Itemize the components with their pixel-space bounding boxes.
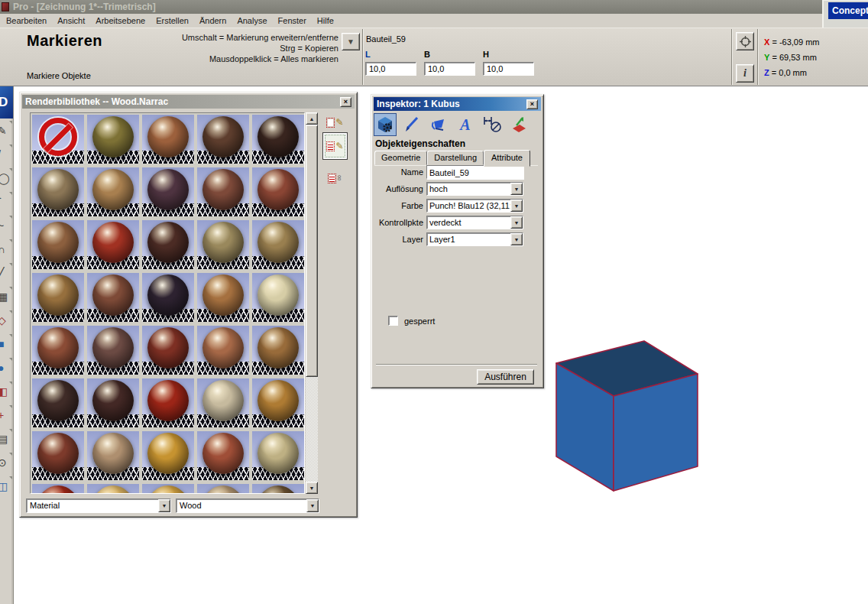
- edit-material-mode-button[interactable]: ✎: [322, 132, 348, 160]
- hatch-tool-icon[interactable]: ▦: [0, 284, 14, 308]
- material-swatch[interactable]: [142, 378, 194, 427]
- material-swatch[interactable]: [32, 326, 84, 375]
- node-edit-icon[interactable]: ◇: [0, 308, 14, 332]
- material-swatch[interactable]: [32, 167, 84, 216]
- material-swatch[interactable]: [32, 484, 84, 494]
- menu-item-ändern[interactable]: Ändern: [194, 15, 232, 27]
- tab-attribute[interactable]: Attribute: [484, 150, 530, 167]
- background-window-titlebar[interactable]: Concept: [828, 2, 868, 19]
- execute-button[interactable]: Ausführen: [477, 369, 534, 385]
- category-dropdown[interactable]: Material ▼: [26, 498, 171, 513]
- material-swatch[interactable]: [252, 273, 304, 322]
- wireframe-cube-icon[interactable]: ◫: [0, 474, 14, 498]
- app-icon[interactable]: [2, 2, 9, 11]
- material-swatch[interactable]: [197, 431, 249, 480]
- app-logo-d[interactable]: D: [0, 86, 14, 119]
- field-select-farbe[interactable]: Punch! Blau12 (32,11:▼: [426, 199, 523, 213]
- chevron-down-icon[interactable]: ▼: [158, 499, 170, 512]
- chevron-down-icon[interactable]: ▼: [510, 216, 523, 229]
- edit-pen-icon[interactable]: [400, 113, 423, 136]
- material-swatch[interactable]: [142, 273, 194, 322]
- scroll-up-button[interactable]: ▲: [306, 112, 318, 125]
- material-swatch[interactable]: [252, 431, 304, 480]
- material-swatch[interactable]: [197, 167, 249, 216]
- apply-material-mode-button[interactable]: ✎: [326, 113, 345, 132]
- material-swatch[interactable]: [197, 220, 249, 269]
- menu-item-analyse[interactable]: Analyse: [232, 15, 272, 27]
- material-swatch[interactable]: [87, 167, 139, 216]
- material-swatch[interactable]: [142, 484, 194, 494]
- material-swatch[interactable]: [32, 220, 84, 269]
- window-titlebar[interactable]: Pro - [Zeichnung 1*--Trimetrisch]: [0, 0, 822, 14]
- line-tool-icon[interactable]: /: [0, 142, 14, 166]
- menu-item-fenster[interactable]: Fenster: [273, 15, 312, 27]
- dim-input-l[interactable]: [365, 62, 416, 76]
- material-swatch[interactable]: [32, 431, 84, 480]
- tab-darstellung[interactable]: Darstellung: [427, 151, 484, 165]
- material-swatch[interactable]: [197, 273, 249, 322]
- chevron-down-icon[interactable]: ▼: [510, 183, 523, 195]
- scrollbar-track[interactable]: [306, 377, 318, 482]
- inspector-titlebar[interactable]: Inspektor: 1 Kubus ×: [374, 97, 541, 111]
- dimension-style-icon[interactable]: [481, 113, 504, 136]
- curve-tool-icon[interactable]: ∫: [0, 190, 14, 213]
- material-swatch[interactable]: [197, 115, 249, 164]
- material-swatch[interactable]: [252, 220, 304, 269]
- material-swatch[interactable]: [32, 273, 84, 322]
- object-properties-icon[interactable]: [374, 113, 397, 136]
- material-swatch[interactable]: [197, 484, 249, 494]
- link-material-mode-button[interactable]: ∞: [326, 167, 345, 189]
- material-swatch[interactable]: [252, 326, 304, 375]
- material-swatch[interactable]: [32, 378, 84, 427]
- close-icon[interactable]: ×: [526, 99, 538, 109]
- menu-item-hilfe[interactable]: Hilfe: [312, 15, 339, 27]
- solid-box-icon[interactable]: ■: [0, 332, 14, 356]
- menu-item-arbeitsebene[interactable]: Arbeitsebene: [90, 15, 151, 27]
- material-swatch[interactable]: [87, 484, 139, 494]
- material-swatch[interactable]: [87, 326, 139, 375]
- tab-geometrie[interactable]: Geometrie: [374, 151, 427, 165]
- tool-flyout-button[interactable]: ▼: [342, 33, 360, 50]
- material-swatch[interactable]: [87, 431, 139, 480]
- circle-tool-icon[interactable]: ◯: [0, 166, 14, 190]
- material-swatch[interactable]: [87, 115, 139, 164]
- material-swatch[interactable]: [142, 115, 194, 164]
- material-swatch[interactable]: [252, 378, 304, 427]
- solid-sphere-icon[interactable]: ●: [0, 356, 14, 379]
- save-icon[interactable]: ▤: [0, 427, 14, 450]
- render-style-icon[interactable]: [427, 113, 450, 136]
- material-none-swatch[interactable]: [32, 115, 84, 164]
- material-swatch[interactable]: [252, 115, 304, 164]
- field-input-name[interactable]: [427, 166, 524, 180]
- info-button[interactable]: i: [736, 64, 754, 83]
- material-swatch[interactable]: [197, 378, 249, 427]
- polyline-tool-icon[interactable]: ╱: [0, 261, 14, 284]
- close-icon[interactable]: ×: [340, 97, 351, 107]
- field-select-layer[interactable]: Layer1▼: [426, 232, 523, 246]
- canvas-cube-object[interactable]: [550, 336, 707, 498]
- background-window-corner[interactable]: Concept: [822, 0, 868, 28]
- dim-input-h[interactable]: [483, 62, 534, 76]
- library-dropdown[interactable]: Wood ▼: [176, 498, 319, 513]
- material-swatch[interactable]: [252, 167, 304, 216]
- menu-item-erstellen[interactable]: Erstellen: [151, 15, 194, 27]
- spline-tool-icon[interactable]: ~: [0, 213, 14, 237]
- material-swatch[interactable]: [197, 326, 249, 375]
- chevron-down-icon[interactable]: ▼: [510, 200, 523, 212]
- boolean-cut-icon[interactable]: ◧: [0, 379, 14, 403]
- pen-tool-icon[interactable]: ✎: [0, 119, 14, 142]
- material-swatch[interactable]: [87, 220, 139, 269]
- material-swatch[interactable]: [142, 220, 194, 269]
- material-swatch[interactable]: [252, 484, 304, 494]
- material-swatch[interactable]: [87, 378, 139, 427]
- field-select-auflösung[interactable]: hoch▼: [426, 182, 523, 196]
- dim-input-b[interactable]: [424, 62, 475, 76]
- render-library-titlebar[interactable]: Renderbibliothek -- Wood.Narrac ×: [22, 95, 355, 109]
- scroll-down-button[interactable]: ▼: [306, 482, 318, 494]
- zoom-tool-icon[interactable]: ⊙: [0, 450, 14, 474]
- chevron-down-icon[interactable]: ▼: [306, 499, 319, 512]
- material-swatch[interactable]: [142, 167, 194, 216]
- snap-target-button[interactable]: [736, 32, 754, 50]
- menu-item-ansicht[interactable]: Ansicht: [52, 15, 90, 27]
- boolean-add-icon[interactable]: +: [0, 403, 14, 427]
